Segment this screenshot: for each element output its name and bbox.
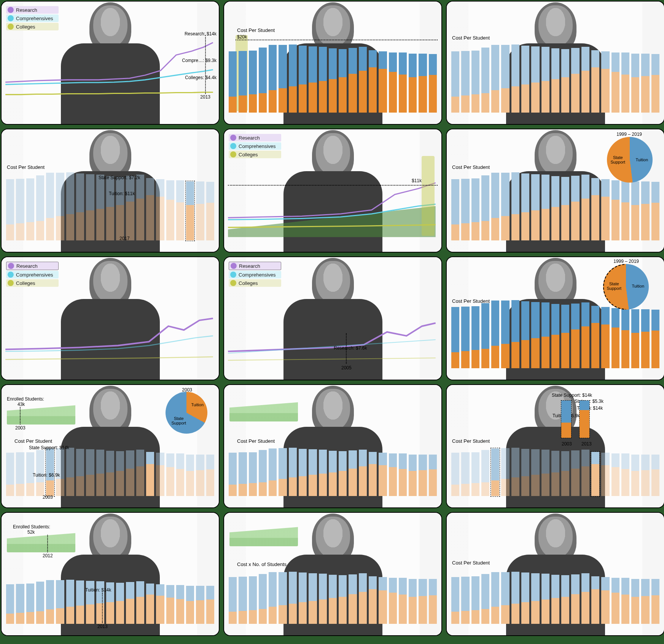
- stacked-bars: [447, 450, 664, 496]
- value-label: Compre…: $9.3k: [182, 58, 217, 63]
- value-label: Research: $14k: [185, 31, 217, 37]
- panel-6: Cost Per Student 1999 – 2019 State Suppo…: [446, 129, 664, 253]
- stacked-bars: [447, 48, 664, 113]
- panel-12: Cost Per Student State Support: $14k Sta…: [446, 384, 664, 508]
- value-label: Research: $7.6k: [334, 345, 367, 351]
- stacked-bars: [447, 176, 664, 240]
- stacked-bars: [224, 48, 441, 113]
- stacked-bars: [2, 176, 219, 240]
- chart-title: Cost Per Student: [452, 164, 490, 170]
- value-label: Colleges: $4.4k: [185, 75, 217, 80]
- chart-title: Cost Per Student: [452, 35, 490, 41]
- panel-4: Cost Per Student State Support: $7.2k Tu…: [1, 129, 220, 253]
- panel-5: Research Comprehensives Colleges $11k: [223, 129, 442, 253]
- panel-11: Cost Per Student: [223, 384, 442, 508]
- panel-13: Enrolled Students: 52k 2012 Tuition: $14…: [1, 512, 220, 636]
- panel-1: Research Comprehensives Colleges Researc…: [1, 1, 220, 125]
- year-label: 2017: [119, 236, 130, 241]
- value-label: State Support: $7.2k: [99, 175, 140, 180]
- value-label: $11k: [412, 178, 422, 183]
- y-label: $20k: [237, 34, 247, 40]
- svg-marker-0: [228, 206, 436, 237]
- year-label: 2005: [341, 365, 352, 370]
- line-chart: [224, 257, 441, 380]
- pie-chart: [166, 392, 207, 434]
- panel-10: Enrolled Students: 43k 2003 2003 Tuition…: [1, 384, 220, 508]
- panel-grid: Research Comprehensives Colleges Researc…: [1, 1, 664, 636]
- stacked-bars: [224, 450, 441, 496]
- panel-14: Cost x No. of Students: [223, 512, 442, 636]
- stacked-bars: [447, 574, 664, 624]
- stacked-bars: [224, 574, 441, 624]
- panel-9: Cost Per Student 1999 – 2019 State Suppo…: [446, 256, 664, 380]
- pie-title: 1999 – 2019: [616, 132, 642, 137]
- value-label: Tuition: $11k: [109, 191, 135, 196]
- panel-2: Cost Per Student $20k: [223, 1, 442, 125]
- panel-3: Cost Per Student: [446, 1, 664, 125]
- mini-title: Enrolled Students:: [7, 396, 44, 402]
- chart-title: Cost Per Student: [7, 164, 45, 170]
- panel-8: Research Comprehensives Colleges Researc…: [223, 256, 442, 380]
- year-label: 2013: [200, 94, 210, 100]
- stacked-bars: [447, 304, 664, 368]
- line-chart: [224, 129, 441, 252]
- panel-7: Research Comprehensives Colleges: [1, 256, 220, 380]
- panel-15: Cost Per Student: [446, 512, 664, 636]
- line-chart: [2, 257, 219, 380]
- chart-title: Cost Per Student: [237, 27, 275, 33]
